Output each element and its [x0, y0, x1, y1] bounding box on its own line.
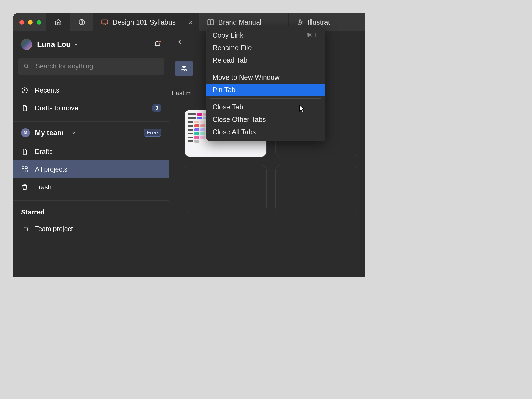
trash-icon — [21, 183, 28, 191]
svg-rect-6 — [25, 167, 27, 169]
menu-item-shortcut: ⌘ L — [306, 32, 319, 39]
close-icon[interactable] — [188, 19, 194, 25]
sidebar-item-label: Drafts to move — [35, 104, 78, 112]
file-icon — [21, 104, 28, 112]
close-window-button[interactable] — [19, 20, 24, 25]
drafts-count-badge: 3 — [152, 104, 161, 112]
menu-item-label: Copy Link — [213, 31, 243, 39]
folder-icon — [21, 225, 28, 232]
sidebar-item-trash[interactable]: Trash — [13, 178, 169, 196]
sidebar-item-label: Trash — [35, 183, 52, 191]
sidebar-item-drafts[interactable]: Drafts — [13, 143, 169, 160]
community-tab[interactable] — [70, 13, 93, 31]
menu-item-label: Rename File — [213, 44, 252, 52]
starred-section-title: Starred — [13, 203, 169, 218]
tab-design-101[interactable]: Design 101 Syllabus — [93, 13, 199, 31]
file-icon — [21, 148, 28, 155]
svg-rect-5 — [22, 167, 24, 169]
menu-move-new-window[interactable]: Move to New Window — [206, 71, 325, 84]
menu-close-all-tabs[interactable]: Close All Tabs — [206, 126, 325, 138]
search-field[interactable] — [18, 58, 164, 75]
sidebar-item-label: Drafts — [35, 148, 53, 155]
svg-rect-7 — [22, 170, 24, 172]
svg-point-10 — [184, 66, 186, 68]
search-icon — [23, 63, 30, 70]
divider — [13, 121, 169, 122]
chevron-left-icon — [177, 39, 183, 45]
grid-icon — [21, 166, 28, 173]
chevron-down-icon — [73, 42, 78, 47]
menu-item-label: Close Tab — [213, 103, 243, 111]
menu-rename-file[interactable]: Rename File — [206, 42, 325, 54]
sidebar: Luna Lou Recents Drafts t — [13, 31, 169, 264]
chevron-down-icon — [71, 131, 76, 135]
account-switcher[interactable]: Luna Lou — [13, 31, 169, 55]
team-switcher[interactable]: M My team Free — [13, 124, 169, 141]
avatar — [21, 39, 32, 50]
pen-icon — [296, 18, 304, 26]
minimize-window-button[interactable] — [28, 20, 33, 25]
menu-close-tab[interactable]: Close Tab — [206, 101, 325, 113]
sidebar-item-label: Team project — [35, 225, 73, 233]
sidebar-item-team-project[interactable]: Team project — [13, 220, 169, 238]
sidebar-item-label: Recents — [35, 86, 59, 94]
sidebar-item-all-projects[interactable]: All projects — [13, 160, 169, 178]
user-name: Luna Lou — [37, 40, 71, 49]
sidebar-item-recents[interactable]: Recents — [13, 81, 169, 99]
tab-label: Illustrat — [308, 18, 330, 26]
menu-pin-tab[interactable]: Pin Tab — [206, 84, 325, 96]
search-input[interactable] — [35, 62, 159, 70]
window-controls — [13, 13, 46, 31]
app-window: Design 101 Syllabus Brand Manual Illustr… — [13, 13, 352, 264]
globe-icon — [78, 19, 85, 26]
svg-point-9 — [182, 66, 184, 68]
presentation-icon — [101, 18, 109, 26]
tab-label: Brand Manual — [218, 18, 262, 26]
menu-reload-tab[interactable]: Reload Tab — [206, 54, 325, 66]
menu-item-label: Pin Tab — [213, 86, 236, 94]
sidebar-item-label: All projects — [35, 165, 67, 173]
menu-divider — [210, 98, 321, 99]
team-avatar: M — [21, 128, 30, 137]
file-card-empty[interactable] — [275, 165, 352, 212]
back-button[interactable] — [177, 39, 183, 45]
menu-close-other-tabs[interactable]: Close Other Tabs — [206, 113, 325, 126]
menu-divider — [210, 69, 321, 69]
file-card-empty[interactable] — [185, 165, 267, 212]
svg-rect-1 — [102, 20, 108, 24]
menu-item-label: Reload Tab — [213, 56, 247, 64]
home-icon — [55, 19, 62, 26]
menu-copy-link[interactable]: Copy Link ⌘ L — [206, 29, 325, 42]
sidebar-item-drafts-to-move[interactable]: Drafts to move 3 — [13, 99, 169, 117]
people-icon — [181, 65, 187, 72]
svg-point-3 — [24, 64, 28, 67]
maximize-window-button[interactable] — [37, 20, 41, 25]
menu-item-label: Move to New Window — [213, 73, 280, 81]
tab-context-menu: Copy Link ⌘ L Rename File Reload Tab Mov… — [206, 26, 325, 141]
divider — [13, 200, 169, 201]
filter-pill[interactable] — [175, 61, 193, 76]
notification-dot — [159, 40, 162, 43]
tab-label: Design 101 Syllabus — [112, 18, 176, 26]
menu-item-label: Close All Tabs — [213, 128, 256, 136]
team-name: My team — [35, 129, 64, 137]
menu-item-label: Close Other Tabs — [213, 116, 266, 124]
svg-rect-8 — [25, 170, 27, 172]
notifications-button[interactable] — [154, 41, 161, 48]
book-icon — [207, 18, 214, 26]
clock-icon — [21, 87, 28, 94]
plan-badge: Free — [144, 129, 161, 137]
home-tab[interactable] — [46, 13, 70, 31]
svg-point-2 — [299, 22, 300, 23]
